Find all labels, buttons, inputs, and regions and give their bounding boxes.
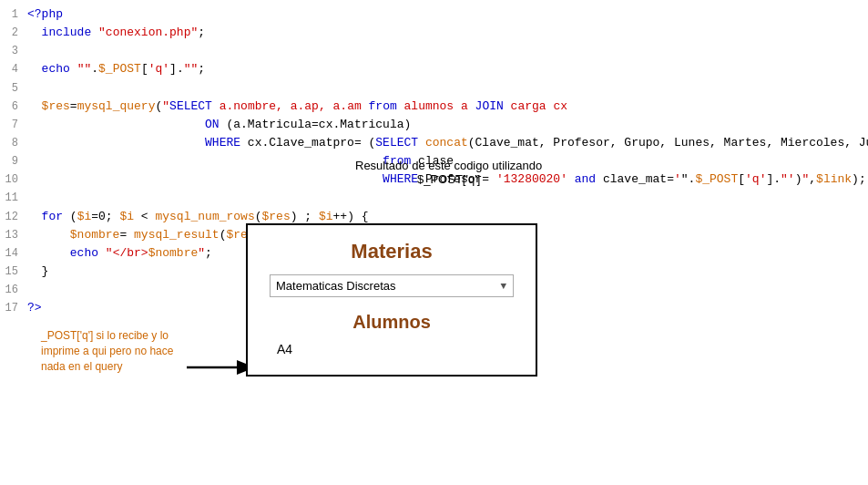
code-line-3: 3 xyxy=(0,42,868,60)
result-annotation: Resultado de este codigo utilizando $_PO… xyxy=(355,159,542,186)
code-line-7: 7 ON (a.Matricula=cx.Matricula) xyxy=(0,116,868,134)
materia-select-wrapper[interactable]: Matematicas Discretas xyxy=(270,274,514,297)
code-line-8: 8 WHERE cx.Clave_matpro= (SELECT concat(… xyxy=(0,134,868,152)
code-line-1: 1 <?php xyxy=(0,5,868,24)
result-label-line2: $_POST['q'] xyxy=(417,172,480,186)
result-dialog: Materias Matematicas Discretas Alumnos A… xyxy=(246,223,537,377)
dialog-title: Materias xyxy=(270,240,514,263)
code-line-11: 11 xyxy=(0,189,868,207)
left-annotation: _POST['q'] si lo recibe y lo imprime a q… xyxy=(41,328,187,374)
code-line-2: 2 include "conexion.php"; xyxy=(0,24,868,42)
dialog-value: A4 xyxy=(277,342,514,356)
materia-select[interactable]: Matematicas Discretas xyxy=(270,274,514,297)
code-line-6: 6 $res=mysql_query("SELECT a.nombre, a.a… xyxy=(0,98,868,116)
result-label-line1: Resultado de este codigo utilizando xyxy=(355,159,542,172)
code-line-4: 4 echo "".$_POST['q'].""; xyxy=(0,60,868,78)
dialog-subtitle: Alumnos xyxy=(270,312,514,333)
code-line-5: 5 xyxy=(0,79,868,98)
